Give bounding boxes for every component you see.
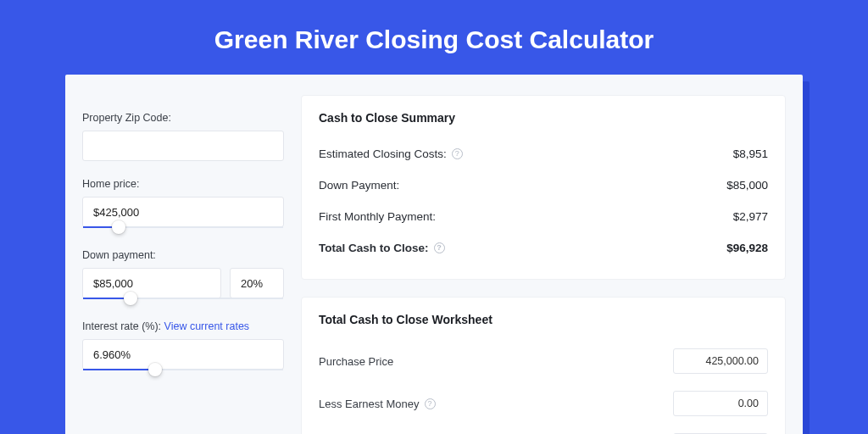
worksheet-row-purchase-price: Purchase Price: [319, 340, 768, 382]
zip-field: Property Zip Code:: [82, 112, 284, 161]
interest-rate-label-text: Interest rate (%):: [82, 320, 161, 332]
slider-thumb[interactable]: [148, 363, 162, 376]
worksheet-title: Total Cash to Close Worksheet: [319, 313, 768, 326]
worksheet-row-mortgage-loan: Total Mortgage Loan Amount: [319, 425, 768, 434]
worksheet-label: Less Earnest Money: [319, 398, 420, 410]
down-payment-pct-input[interactable]: [230, 268, 284, 298]
page-title: Green River Closing Cost Calculator: [0, 0, 868, 54]
down-payment-field: Down payment:: [82, 249, 284, 298]
summary-row-down-payment: Down Payment: $85,000: [319, 170, 768, 201]
help-icon[interactable]: ?: [434, 242, 445, 253]
summary-row-first-payment: First Monthly Payment: $2,977: [319, 201, 768, 232]
summary-card: Cash to Close Summary Estimated Closing …: [301, 95, 786, 280]
summary-value: $8,951: [733, 147, 768, 160]
worksheet-card: Total Cash to Close Worksheet Purchase P…: [301, 297, 786, 434]
interest-rate-input[interactable]: [82, 339, 284, 370]
worksheet-label: Purchase Price: [319, 355, 393, 368]
worksheet-row-earnest-money: Less Earnest Money ?: [319, 382, 768, 425]
summary-value: $2,977: [733, 210, 768, 223]
worksheet-input[interactable]: [673, 391, 768, 416]
results-column: Cash to Close Summary Estimated Closing …: [301, 95, 786, 434]
summary-label: Estimated Closing Costs:: [319, 147, 447, 160]
summary-total-label: Total Cash to Close:: [319, 242, 429, 254]
worksheet-input[interactable]: [673, 348, 768, 374]
slider-thumb[interactable]: [112, 220, 125, 234]
inputs-column: Property Zip Code: Home price: Down paym…: [82, 95, 284, 434]
slider-thumb[interactable]: [124, 292, 137, 305]
view-current-rates-link[interactable]: View current rates: [164, 320, 250, 332]
down-payment-label: Down payment:: [82, 249, 284, 261]
zip-input[interactable]: [82, 131, 284, 161]
help-icon[interactable]: ?: [452, 148, 463, 159]
interest-rate-label: Interest rate (%): View current rates: [82, 320, 284, 332]
summary-row-total: Total Cash to Close: ? $96,928: [319, 232, 768, 264]
home-price-label: Home price:: [82, 178, 284, 190]
summary-label: Down Payment:: [319, 179, 399, 192]
home-price-field: Home price:: [82, 178, 284, 227]
zip-label: Property Zip Code:: [82, 112, 284, 124]
summary-title: Cash to Close Summary: [319, 111, 768, 125]
help-icon[interactable]: ?: [425, 398, 436, 409]
summary-row-closing-costs: Estimated Closing Costs: ? $8,951: [319, 138, 768, 170]
summary-total-value: $96,928: [726, 242, 768, 254]
interest-rate-field: Interest rate (%): View current rates: [82, 320, 284, 370]
calculator-panel: Property Zip Code: Home price: Down paym…: [65, 75, 803, 434]
down-payment-input[interactable]: [82, 268, 221, 298]
summary-label: First Monthly Payment:: [319, 210, 436, 223]
summary-value: $85,000: [726, 179, 768, 192]
